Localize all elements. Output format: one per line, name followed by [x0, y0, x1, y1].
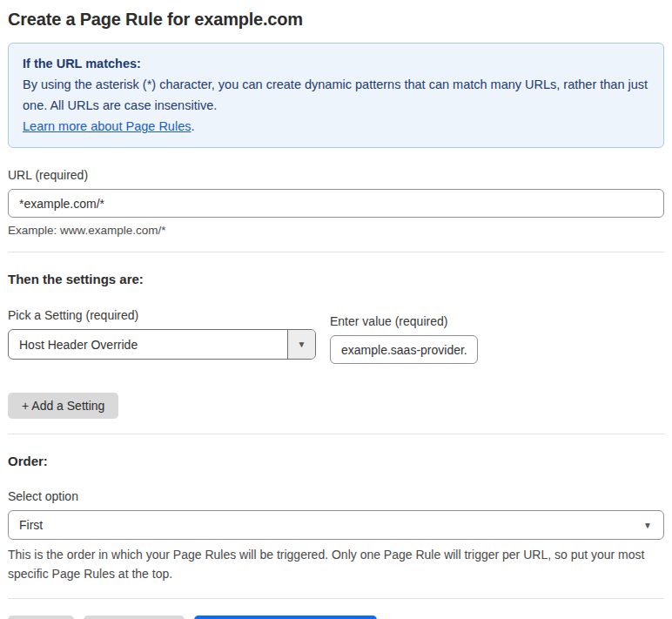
enter-value-label: Enter value (required)	[330, 314, 478, 328]
divider	[8, 598, 664, 599]
settings-section-heading: Then the settings are:	[8, 272, 664, 286]
chevron-down-icon: ▼	[287, 330, 315, 359]
save-and-deploy-button[interactable]: Save and Deploy Page Rule	[194, 616, 377, 619]
setting-value-input[interactable]	[330, 335, 478, 364]
pick-setting-label: Pick a Setting (required)	[8, 308, 316, 322]
url-field-label: URL (required)	[8, 168, 664, 182]
order-select-label: Select option	[8, 489, 664, 503]
order-select-wrap: First ▼	[8, 510, 664, 540]
divider	[8, 252, 664, 252]
callout-body: By using the asterisk (*) character, you…	[23, 74, 649, 116]
link-suffix: .	[191, 119, 194, 133]
pick-setting-column: Pick a Setting (required) Host Header Ov…	[8, 308, 316, 364]
add-setting-button[interactable]: + Add a Setting	[8, 393, 118, 419]
footer-actions: Cancel Save as Draft Save and Deploy Pag…	[8, 616, 664, 619]
order-section-heading: Order:	[8, 454, 664, 468]
order-select[interactable]: First	[8, 510, 664, 540]
order-help-text: This is the order in which your Page Rul…	[8, 545, 664, 583]
pick-setting-select[interactable]: Host Header Override ▼	[8, 329, 316, 360]
page-title: Create a Page Rule for example.com	[8, 0, 664, 30]
url-example-hint: Example: www.example.com/*	[8, 224, 664, 237]
save-as-draft-button[interactable]: Save as Draft	[84, 616, 185, 619]
pick-setting-value: Host Header Override	[9, 330, 287, 359]
order-select-value: First	[19, 518, 43, 532]
divider	[8, 434, 664, 434]
url-input[interactable]	[8, 189, 664, 218]
settings-row: Pick a Setting (required) Host Header Ov…	[8, 308, 664, 364]
callout-link-line: Learn more about Page Rules.	[23, 116, 649, 137]
learn-more-link[interactable]: Learn more about Page Rules	[23, 119, 191, 133]
enter-value-column: Enter value (required)	[330, 314, 478, 364]
cancel-button[interactable]: Cancel	[8, 616, 74, 619]
url-matches-callout: If the URL matches: By using the asteris…	[8, 43, 664, 148]
callout-heading: If the URL matches:	[23, 53, 649, 74]
